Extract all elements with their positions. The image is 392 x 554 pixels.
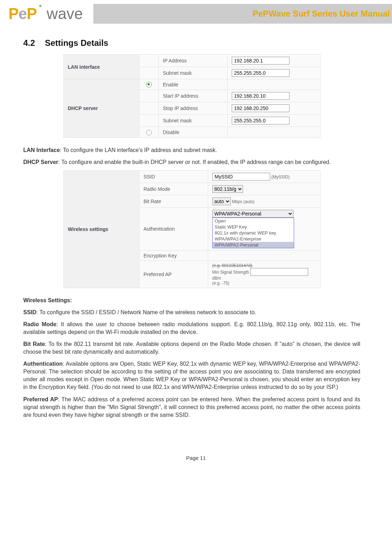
stop-ip-input[interactable] [232, 104, 290, 112]
auth-label: Authentication [139, 207, 208, 250]
stop-ip-label: Stop IP address [158, 102, 227, 115]
min-signal-row: Min Signal Strength dBm [212, 268, 316, 281]
bit-rate-hint: Mbps (auto) [232, 199, 254, 204]
logo-letter: P [8, 5, 18, 22]
start-ip-label: Start IP address [158, 90, 227, 102]
wireless-settings-label: Wireless settings [63, 170, 139, 288]
lan-interface-desc: LAN Interface: To configure the LAN inte… [23, 146, 360, 154]
min-signal-hint: (e.g. -75) [212, 281, 316, 286]
page-header: PeP • wave PePWave Surf Series User Manu… [0, 0, 392, 28]
bit-rate-label: Bit Rate [139, 195, 208, 207]
section-heading: 4.2Settings Details [23, 38, 360, 48]
bit-rate-desc: Bit Rate: To fix the 802.11 transmit bit… [23, 340, 360, 356]
dhcp-server-desc: DHCP Server: To configure and enable the… [23, 158, 360, 166]
section-number: 4.2 [23, 38, 35, 48]
disable-label: Disable [158, 127, 227, 138]
auth-option[interactable]: 802.1x with dynamic WEP key [213, 230, 294, 236]
lan-settings-panel: LAN interface IP Address Subnet mask DHC… [63, 54, 321, 138]
manual-title: PePWave Surf Series User Manual [93, 4, 392, 24]
page-content: 4.2Settings Details LAN interface IP Add… [0, 28, 392, 444]
min-signal-label: Min Signal Strength [212, 270, 249, 275]
radio-mode-desc: Radio Mode: It allows the user to choose… [23, 321, 360, 336]
radio-mode-label: Radio Mode [139, 183, 208, 195]
preferred-ap-hint: (e.g. 00110E1014A0) [212, 263, 316, 268]
ip-address-input[interactable] [232, 57, 290, 65]
auth-option[interactable]: Static WEP Key [213, 224, 294, 230]
term: DHCP Server [23, 159, 58, 165]
ssid-desc: SSID: To configure the SSID / ESSID / Ne… [23, 309, 360, 316]
preferred-ap-label: Preferred AP [139, 261, 208, 288]
dhcp-enable-radio[interactable] [146, 82, 152, 87]
auth-desc: Authentication: Available options are Op… [23, 360, 360, 391]
auth-dropdown-list[interactable]: Open Static WEP Key 802.1x with dynamic … [212, 218, 294, 248]
encryption-key-label: Encryption Key [139, 250, 208, 261]
term: LAN Interface [23, 147, 60, 153]
enable-label: Enable [158, 79, 227, 90]
ssid-label: SSID [139, 170, 208, 183]
radio-mode-select[interactable]: 802.11b/g [212, 185, 243, 193]
subnet-mask-input[interactable] [232, 69, 290, 77]
dhcp-mask-input[interactable] [232, 117, 290, 124]
auth-option[interactable]: Open [213, 218, 294, 224]
dhcp-server-label: DHCP server [63, 79, 139, 138]
auth-option[interactable]: WPA/WPA2-Enterprise [213, 236, 294, 242]
auth-select[interactable]: WPA/WPA2-Personal [212, 210, 293, 218]
ssid-input[interactable] [212, 173, 270, 181]
section-title: Settings Details [45, 38, 108, 48]
page-footer: Page 11 [0, 444, 392, 475]
logo-wave: wave [47, 5, 83, 23]
min-signal-input[interactable] [250, 268, 308, 276]
start-ip-input[interactable] [232, 92, 290, 100]
logo-letter: e [18, 5, 26, 22]
dhcp-mask-label: Subnet mask [158, 115, 227, 127]
bit-rate-select[interactable]: auto [212, 197, 231, 205]
min-signal-unit: dBm [212, 276, 221, 281]
preferred-ap-desc: Preferred AP: The MAC address of a prefe… [23, 396, 360, 419]
wireless-settings-panel: Wireless settings SSID (MySSID) Radio Mo… [63, 170, 321, 288]
ip-address-label: IP Address [158, 55, 227, 67]
ssid-hint: (MySSID) [271, 175, 290, 179]
wireless-settings-heading: Wireless Settings: [23, 297, 360, 304]
subnet-mask-label: Subnet mask [158, 67, 227, 79]
logo-letter: P [27, 5, 37, 22]
brand-logo: PeP • wave [0, 5, 83, 23]
logo-dot-icon: • [39, 1, 42, 11]
auth-option-selected[interactable]: WPA/WPA2-Personal [213, 242, 294, 248]
lan-interface-label: LAN interface [63, 55, 139, 79]
dhcp-disable-radio[interactable] [146, 130, 152, 135]
